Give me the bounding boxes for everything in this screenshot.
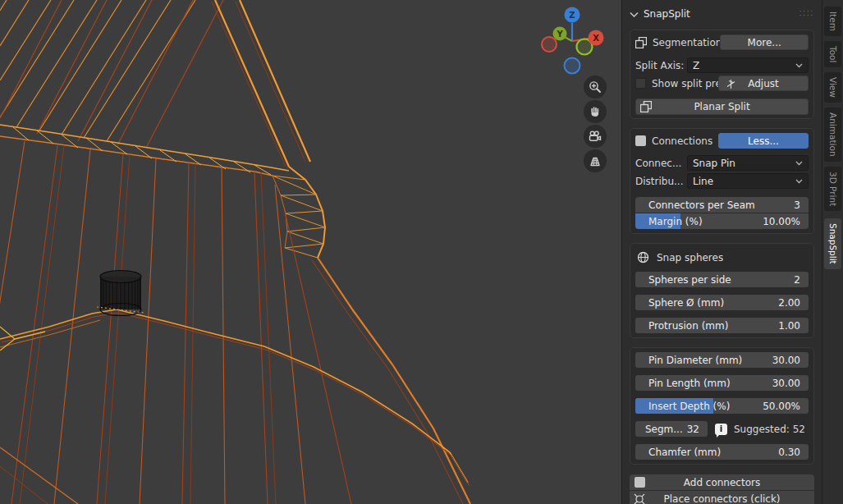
grid-icon — [589, 154, 602, 167]
split-axis-value: Z — [693, 60, 795, 71]
camera-view-button[interactable] — [584, 125, 607, 148]
place-connectors-button[interactable]: Place connectors (click) — [630, 491, 814, 504]
sphere-diameter-value: 2.00 — [778, 297, 809, 309]
planar-split-icon — [640, 101, 652, 115]
pin-diameter-value: 30.00 — [772, 355, 809, 366]
snapsplit-panel: SnapSplit ········ Segmentation More... … — [621, 0, 822, 504]
protrusion-field[interactable]: Protrusion (mm) 1.00 — [635, 318, 809, 333]
spheres-per-side-field[interactable]: Spheres per side 2 — [635, 272, 809, 287]
planar-split-label: Planar Split — [694, 101, 749, 112]
margin-value: 10.00% — [763, 216, 809, 227]
zoom-button[interactable] — [584, 76, 607, 99]
tab-item[interactable]: Item — [824, 7, 841, 36]
split-axis-dropdown[interactable]: Z — [687, 57, 809, 73]
chamfer-value: 0.30 — [778, 447, 809, 458]
axis-y-label: Y — [556, 30, 563, 39]
chamfer-label: Chamfer (mm) — [635, 447, 778, 458]
axis-minus-x-ball — [542, 37, 557, 52]
sphere-diameter-label: Sphere Ø (mm) — [635, 297, 778, 309]
adjust-button-label: Adjust — [748, 78, 779, 89]
split-axis-label: Split Axis: — [635, 60, 687, 71]
snap-spheres-box: Snap spheres Spheres per side 2 Sphere Ø… — [630, 243, 814, 338]
connections-box: Connections Less... Connec... Snap Pin D… — [630, 128, 814, 234]
tab-view[interactable]: View — [824, 72, 841, 103]
sphere-icon — [637, 251, 649, 263]
add-connectors-button[interactable]: Add connectors — [630, 474, 814, 490]
pin-settings-box: Pin Diameter (mm) 30.00 Pin Length (mm) … — [630, 347, 814, 465]
square-icon — [635, 477, 645, 488]
segmentation-icon — [635, 37, 647, 48]
segmentation-label: Segmentation — [653, 37, 720, 48]
connector-actions: Add connectors Place connectors (click) — [630, 474, 814, 504]
pin-length-value: 30.00 — [772, 378, 809, 389]
segments-field[interactable]: Segm... 32 — [635, 421, 708, 437]
tab-tool[interactable]: Tool — [824, 41, 841, 67]
pin-length-label: Pin Length (mm) — [635, 378, 772, 389]
connectors-per-seam-label: Connectors per Seam — [635, 199, 794, 211]
panel-title: SnapSplit — [644, 8, 799, 20]
sphere-diameter-field[interactable]: Sphere Ø (mm) 2.00 — [635, 295, 809, 310]
spheres-per-side-value: 2 — [794, 274, 809, 286]
place-cursor-icon — [634, 493, 645, 504]
snap-cursor-icon — [726, 79, 736, 89]
segments-label: Segm... — [635, 424, 687, 435]
axis-minus-z-ball — [565, 58, 580, 74]
axis-x-label: X — [593, 34, 599, 43]
perspective-toggle-button[interactable] — [584, 149, 607, 172]
panel-header[interactable]: SnapSplit ········ — [630, 6, 814, 22]
pan-icon — [589, 105, 602, 118]
more-button[interactable]: More... — [720, 34, 809, 50]
chevron-down-icon — [795, 63, 803, 68]
margin-slider[interactable]: Margin (%) 10.00% — [635, 213, 809, 229]
segments-value: 32 — [687, 424, 708, 435]
view-axis-gizmo[interactable]: Z Y X — [534, 0, 616, 82]
info-icon: i — [715, 424, 727, 435]
insert-depth-label: Insert Depth (%) — [635, 401, 763, 412]
protrusion-value: 1.00 — [778, 320, 809, 332]
show-split-checkbox[interactable] — [635, 78, 646, 89]
tab-animation[interactable]: Animation — [824, 108, 841, 162]
distribution-dropdown[interactable]: Line — [687, 173, 809, 189]
tab-3d-print[interactable]: 3D Print — [824, 167, 841, 211]
add-connectors-label: Add connectors — [684, 477, 760, 488]
collapse-chevron-icon[interactable] — [630, 11, 639, 17]
adjust-button[interactable]: Adjust — [718, 76, 809, 91]
pan-button[interactable] — [584, 100, 607, 123]
less-button[interactable]: Less... — [718, 133, 809, 149]
distribution-value: Line — [693, 176, 795, 187]
connectors-per-seam-field[interactable]: Connectors per Seam 3 — [635, 197, 809, 213]
zoom-icon — [589, 80, 602, 94]
connector-type-label: Connec... — [635, 158, 687, 169]
suggested-segments-text: Suggested: 52 — [734, 424, 805, 435]
blender-window: Z Y X — [0, 0, 843, 504]
camera-icon — [589, 130, 602, 143]
chevron-down-icon — [795, 179, 803, 184]
connector-cylinder — [100, 271, 141, 316]
axis-z-label: Z — [569, 11, 575, 20]
show-split-label: Show split pre... — [652, 78, 718, 89]
connector-type-value: Snap Pin — [693, 158, 795, 169]
distribution-label: Distribu... — [635, 176, 687, 187]
insert-depth-slider[interactable]: Insert Depth (%) 50.00% — [635, 398, 809, 414]
chamfer-field[interactable]: Chamfer (mm) 0.30 — [635, 444, 809, 460]
drag-handle-icon[interactable]: ········ — [799, 10, 814, 18]
pin-diameter-label: Pin Diameter (mm) — [635, 355, 772, 366]
viewport-wireframe — [0, 0, 621, 504]
connector-type-dropdown[interactable]: Snap Pin — [687, 155, 809, 171]
sidebar-tab-strip: Item Tool View Animation 3D Print SnapSp… — [822, 0, 843, 504]
pin-length-field[interactable]: Pin Length (mm) 30.00 — [635, 375, 809, 391]
tab-snapsplit[interactable]: SnapSplit — [824, 218, 841, 269]
insert-depth-value: 50.00% — [763, 401, 809, 412]
segmentation-box: Segmentation More... Split Axis: Z Show … — [630, 30, 814, 119]
place-connectors-label: Place connectors (click) — [663, 493, 780, 504]
planar-split-button[interactable]: Planar Split — [635, 99, 809, 115]
connections-swatch-icon[interactable] — [635, 135, 646, 146]
viewport-3d[interactable]: Z Y X — [0, 0, 621, 504]
connections-label: Connections — [652, 135, 712, 147]
spheres-per-side-label: Spheres per side — [635, 274, 794, 286]
protrusion-label: Protrusion (mm) — [635, 320, 778, 332]
chevron-down-icon — [795, 161, 803, 166]
pin-diameter-field[interactable]: Pin Diameter (mm) 30.00 — [635, 352, 809, 368]
snap-spheres-label: Snap spheres — [657, 252, 723, 263]
margin-label: Margin (%) — [635, 216, 763, 227]
